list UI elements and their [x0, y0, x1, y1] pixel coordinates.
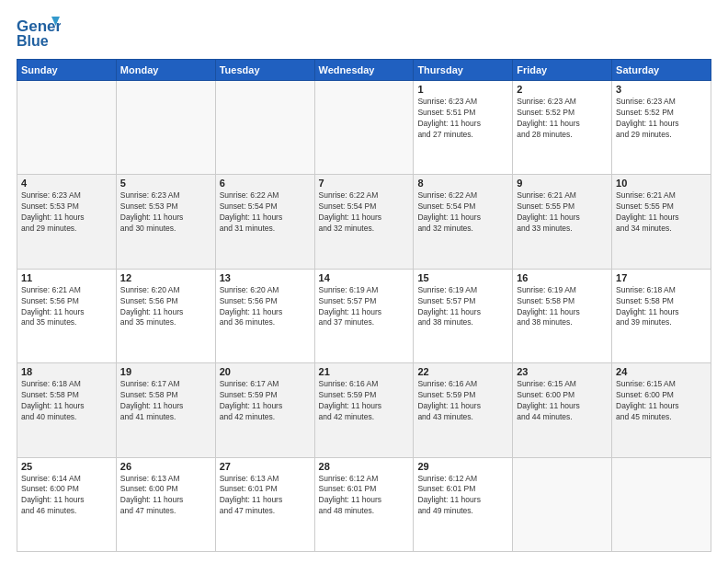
calendar-cell	[314, 81, 414, 175]
day-number: 21	[319, 366, 410, 377]
calendar-cell: 4Sunrise: 6:23 AM Sunset: 5:53 PM Daylig…	[17, 175, 117, 269]
calendar-week-row: 11Sunrise: 6:21 AM Sunset: 5:56 PM Dayli…	[17, 269, 711, 362]
calendar-cell	[612, 457, 711, 551]
day-info: Sunrise: 6:16 AM Sunset: 5:59 PM Dayligh…	[319, 379, 410, 423]
calendar-week-row: 4Sunrise: 6:23 AM Sunset: 5:53 PM Daylig…	[17, 175, 711, 269]
calendar-cell: 2Sunrise: 6:23 AM Sunset: 5:52 PM Daylig…	[513, 81, 612, 175]
calendar-cell: 10Sunrise: 6:21 AM Sunset: 5:55 PM Dayli…	[612, 175, 711, 269]
day-number: 12	[120, 272, 211, 283]
day-info: Sunrise: 6:22 AM Sunset: 5:54 PM Dayligh…	[319, 190, 410, 235]
day-number: 9	[517, 178, 608, 189]
calendar-cell: 20Sunrise: 6:17 AM Sunset: 5:59 PM Dayli…	[215, 363, 314, 457]
calendar-cell	[116, 81, 215, 175]
day-number: 10	[616, 178, 707, 189]
calendar-cell: 24Sunrise: 6:15 AM Sunset: 6:00 PM Dayli…	[612, 363, 711, 457]
calendar-cell	[17, 81, 117, 175]
calendar-cell: 16Sunrise: 6:19 AM Sunset: 5:58 PM Dayli…	[513, 269, 612, 362]
calendar-cell: 14Sunrise: 6:19 AM Sunset: 5:57 PM Dayli…	[314, 269, 414, 362]
day-number: 17	[616, 272, 707, 283]
day-info: Sunrise: 6:15 AM Sunset: 6:00 PM Dayligh…	[616, 379, 707, 423]
day-number: 2	[517, 84, 608, 95]
day-info: Sunrise: 6:17 AM Sunset: 5:58 PM Dayligh…	[120, 379, 211, 423]
logo-svg: General Blue	[17, 15, 61, 52]
calendar-cell: 27Sunrise: 6:13 AM Sunset: 6:01 PM Dayli…	[215, 457, 314, 551]
day-info: Sunrise: 6:22 AM Sunset: 5:54 PM Dayligh…	[220, 190, 311, 235]
day-number: 19	[120, 366, 211, 377]
weekday-header: Monday	[116, 60, 215, 81]
header: General Blue	[17, 15, 711, 52]
day-info: Sunrise: 6:18 AM Sunset: 5:58 PM Dayligh…	[21, 379, 112, 423]
day-number: 27	[220, 461, 311, 472]
calendar-cell: 1Sunrise: 6:23 AM Sunset: 5:51 PM Daylig…	[414, 81, 513, 175]
calendar-header-row: SundayMondayTuesdayWednesdayThursdayFrid…	[17, 60, 711, 81]
day-number: 18	[21, 366, 112, 377]
calendar-cell: 13Sunrise: 6:20 AM Sunset: 5:56 PM Dayli…	[215, 269, 314, 362]
day-info: Sunrise: 6:21 AM Sunset: 5:56 PM Dayligh…	[21, 285, 112, 329]
calendar-cell: 19Sunrise: 6:17 AM Sunset: 5:58 PM Dayli…	[116, 363, 215, 457]
day-info: Sunrise: 6:23 AM Sunset: 5:52 PM Dayligh…	[616, 97, 707, 141]
calendar-week-row: 25Sunrise: 6:14 AM Sunset: 6:00 PM Dayli…	[17, 457, 711, 551]
page: General Blue SundayMondayTuesdayWednesda…	[0, 0, 728, 563]
day-info: Sunrise: 6:22 AM Sunset: 5:54 PM Dayligh…	[417, 190, 508, 235]
calendar-cell: 3Sunrise: 6:23 AM Sunset: 5:52 PM Daylig…	[612, 81, 711, 175]
calendar-cell	[215, 81, 314, 175]
day-number: 26	[120, 461, 211, 472]
day-info: Sunrise: 6:19 AM Sunset: 5:58 PM Dayligh…	[517, 285, 608, 329]
calendar-cell: 28Sunrise: 6:12 AM Sunset: 6:01 PM Dayli…	[314, 457, 414, 551]
day-info: Sunrise: 6:23 AM Sunset: 5:53 PM Dayligh…	[120, 190, 211, 235]
calendar-cell: 9Sunrise: 6:21 AM Sunset: 5:55 PM Daylig…	[513, 175, 612, 269]
calendar-cell	[513, 457, 612, 551]
calendar-week-row: 18Sunrise: 6:18 AM Sunset: 5:58 PM Dayli…	[17, 363, 711, 457]
day-number: 6	[220, 178, 311, 189]
day-info: Sunrise: 6:19 AM Sunset: 5:57 PM Dayligh…	[417, 285, 508, 329]
day-number: 24	[616, 366, 707, 377]
day-number: 20	[220, 366, 311, 377]
calendar-cell: 11Sunrise: 6:21 AM Sunset: 5:56 PM Dayli…	[17, 269, 117, 362]
day-number: 25	[21, 461, 112, 472]
calendar-cell: 23Sunrise: 6:15 AM Sunset: 6:00 PM Dayli…	[513, 363, 612, 457]
calendar-cell: 25Sunrise: 6:14 AM Sunset: 6:00 PM Dayli…	[17, 457, 117, 551]
calendar-cell: 29Sunrise: 6:12 AM Sunset: 6:01 PM Dayli…	[414, 457, 513, 551]
day-info: Sunrise: 6:23 AM Sunset: 5:51 PM Dayligh…	[417, 97, 508, 141]
day-number: 4	[21, 178, 112, 189]
weekday-header: Tuesday	[215, 60, 314, 81]
calendar-cell: 17Sunrise: 6:18 AM Sunset: 5:58 PM Dayli…	[612, 269, 711, 362]
day-number: 22	[417, 366, 508, 377]
day-number: 8	[417, 178, 508, 189]
day-number: 23	[517, 366, 608, 377]
calendar-cell: 21Sunrise: 6:16 AM Sunset: 5:59 PM Dayli…	[314, 363, 414, 457]
day-number: 11	[21, 272, 112, 283]
day-info: Sunrise: 6:12 AM Sunset: 6:01 PM Dayligh…	[319, 474, 410, 518]
day-info: Sunrise: 6:21 AM Sunset: 5:55 PM Dayligh…	[517, 190, 608, 235]
day-info: Sunrise: 6:17 AM Sunset: 5:59 PM Dayligh…	[220, 379, 311, 423]
day-number: 29	[417, 461, 508, 472]
day-info: Sunrise: 6:16 AM Sunset: 5:59 PM Dayligh…	[417, 379, 508, 423]
calendar-cell: 12Sunrise: 6:20 AM Sunset: 5:56 PM Dayli…	[116, 269, 215, 362]
day-number: 13	[220, 272, 311, 283]
calendar-cell: 18Sunrise: 6:18 AM Sunset: 5:58 PM Dayli…	[17, 363, 117, 457]
day-number: 14	[319, 272, 410, 283]
calendar-cell: 5Sunrise: 6:23 AM Sunset: 5:53 PM Daylig…	[116, 175, 215, 269]
day-info: Sunrise: 6:20 AM Sunset: 5:56 PM Dayligh…	[120, 285, 211, 329]
calendar-cell: 15Sunrise: 6:19 AM Sunset: 5:57 PM Dayli…	[414, 269, 513, 362]
day-number: 15	[417, 272, 508, 283]
weekday-header: Wednesday	[314, 60, 414, 81]
day-info: Sunrise: 6:14 AM Sunset: 6:00 PM Dayligh…	[21, 474, 112, 518]
day-info: Sunrise: 6:13 AM Sunset: 6:00 PM Dayligh…	[120, 474, 211, 518]
day-number: 7	[319, 178, 410, 189]
svg-text:Blue: Blue	[17, 33, 49, 49]
day-info: Sunrise: 6:15 AM Sunset: 6:00 PM Dayligh…	[517, 379, 608, 423]
day-number: 16	[517, 272, 608, 283]
day-info: Sunrise: 6:19 AM Sunset: 5:57 PM Dayligh…	[319, 285, 410, 329]
logo: General Blue	[17, 15, 61, 52]
day-number: 3	[616, 84, 707, 95]
weekday-header: Sunday	[17, 60, 117, 81]
calendar-week-row: 1Sunrise: 6:23 AM Sunset: 5:51 PM Daylig…	[17, 81, 711, 175]
day-info: Sunrise: 6:13 AM Sunset: 6:01 PM Dayligh…	[220, 474, 311, 518]
calendar-cell: 8Sunrise: 6:22 AM Sunset: 5:54 PM Daylig…	[414, 175, 513, 269]
calendar-cell: 26Sunrise: 6:13 AM Sunset: 6:00 PM Dayli…	[116, 457, 215, 551]
weekday-header: Thursday	[414, 60, 513, 81]
weekday-header: Saturday	[612, 60, 711, 81]
day-number: 5	[120, 178, 211, 189]
day-info: Sunrise: 6:18 AM Sunset: 5:58 PM Dayligh…	[616, 285, 707, 329]
